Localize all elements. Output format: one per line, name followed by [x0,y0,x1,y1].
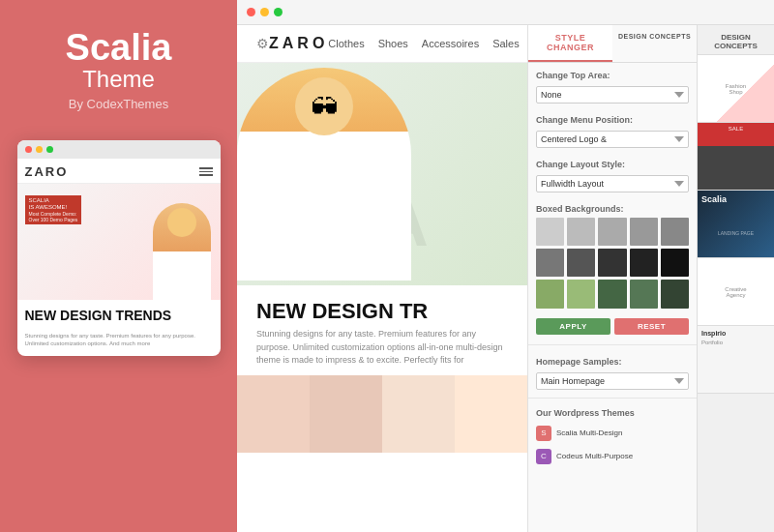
new-design-body: Stunning designs for any taste. Premium … [256,328,508,368]
dc-header: DESIGNCONCEPTS [698,25,774,55]
color-swatch-11[interactable] [536,280,564,308]
mini-browser: ZARO SCALIA IS AWESOME! Most Complete De… [17,140,221,356]
new-design-heading: NEW DESIGN TR [256,300,508,323]
menu-position-label: Change Menu Position: [536,115,689,125]
color-swatch-4[interactable] [630,218,658,246]
panel-btn-row: APPLY RESET [528,312,697,340]
color-swatch-6[interactable] [536,249,564,277]
left-sidebar: Scalia Theme By CodexThemes ZARO SCALIA … [0,0,237,532]
color-swatch-8[interactable] [598,249,626,277]
color-swatch-2[interactable] [567,218,595,246]
product-thumb-1 [237,375,310,453]
gear-icon[interactable]: ⚙ [256,36,269,51]
layout-style-select[interactable]: Fullwidth Layout [536,175,689,192]
browser-window: ⚙ ZARO Clothes Shoes Accessoires Sales B… [237,0,774,532]
website-preview: ⚙ ZARO Clothes Shoes Accessoires Sales B… [237,25,527,532]
product-thumb-4 [455,375,527,453]
mini-browser-bar [17,140,221,159]
dc-thumb-5[interactable]: Inspirio Portfolio [698,326,774,394]
product-thumb-2 [310,375,382,453]
main-area: ⚙ ZARO Clothes Shoes Accessoires Sales B… [237,0,774,532]
mini-hero-badge: SCALIA IS AWESOME! Most Complete Demo: O… [25,195,82,224]
site-products [237,375,527,453]
site-nav: ⚙ ZARO Clothes Shoes Accessoires Sales B… [237,25,527,63]
top-area-section: Change Top Area: None [528,63,697,107]
browser-dot-red [247,8,255,16]
color-swatch-9[interactable] [630,249,658,277]
color-swatch-10[interactable] [661,249,689,277]
top-area-label: Change Top Area: [536,71,689,80]
dc-thumb-4[interactable]: CreativeAgency [698,258,774,326]
mini-hero-text: SCALIA IS AWESOME! Most Complete Demo: O… [25,195,82,227]
color-swatch-14[interactable] [630,280,658,308]
boxed-backgrounds-section: Boxed Backgrounds: [528,196,697,312]
color-swatch-15[interactable] [661,280,689,308]
codeus-name: Codeus Multi-Purpose [556,452,633,460]
site-nav-left: ZARO [269,35,328,52]
wp-themes-label: Our Wordpress Themes [536,408,689,418]
mini-nav: ZARO [17,159,221,184]
product-thumb-3 [382,375,455,453]
color-swatch-3[interactable] [598,218,626,246]
mini-logo: ZARO [25,164,69,179]
mini-hero-image [153,203,211,300]
dc-thumb-2[interactable]: SALE [698,123,774,191]
menu-position-select[interactable]: Centered Logo & [536,131,689,148]
boxed-backgrounds-label: Boxed Backgrounds: [536,204,689,214]
brand-by: By CodexThemes [69,97,168,111]
nav-sales[interactable]: Sales [492,38,520,49]
new-design-section: NEW DESIGN TR Stunning designs for any t… [237,285,527,375]
site-nav-links: Clothes Shoes Accessoires Sales Blog [328,38,527,49]
layout-style-label: Change Layout Style: [536,160,689,169]
nav-accessoires[interactable]: Accessoires [422,38,479,49]
wp-theme-scalia[interactable]: S Scalia Multi-Design [536,422,689,445]
browser-dot-yellow [260,8,269,16]
panel-divider-2 [528,398,697,399]
dc-thumb-3[interactable]: Scalia LANDING PAGE [698,191,774,258]
homepage-samples-select[interactable]: Main Homepage [536,372,689,390]
color-swatch-5[interactable] [661,218,689,246]
dc-thumb-1[interactable]: FashionShop [698,55,774,123]
color-swatch-1[interactable] [536,218,564,246]
panel-divider [528,344,697,345]
mini-hamburger[interactable] [199,167,213,176]
style-changer-panel: STYLE CHANGER DESIGN CONCEPTS Change Top… [527,25,697,532]
browser-dot-green [274,8,283,16]
mini-body-text: Stunning designs for any taste. Premium … [17,332,221,356]
scalia-icon: S [536,426,551,441]
color-swatch-13[interactable] [598,280,626,308]
homepage-samples-label: Homepage Samples: [536,357,689,367]
mini-heading: NEW DESIGN TRENDS [17,300,221,332]
mini-dot-green [46,146,53,153]
homepage-samples-section: Homepage Samples: Main Homepage [528,349,697,394]
wp-theme-codeus[interactable]: C Codeus Multi-Purpose [536,445,689,468]
site-logo: ZARO [269,35,328,52]
codeus-icon: C [536,449,551,464]
mini-hero: SCALIA IS AWESOME! Most Complete Demo: O… [17,184,221,300]
wordpress-themes: Our Wordpress Themes S Scalia Multi-Desi… [528,402,697,474]
color-swatch-7[interactable] [567,249,595,277]
tab-design-concepts[interactable]: DESIGN CONCEPTS [612,25,697,62]
top-area-select[interactable]: None [536,86,689,103]
nav-shoes[interactable]: Shoes [378,38,408,49]
mini-dot-yellow [36,146,43,153]
brand-title: Scalia [66,29,172,66]
mini-dot-red [25,146,32,153]
color-swatch-12[interactable] [567,280,595,308]
layout-style-section: Change Layout Style: Fullwidth Layout [528,152,697,196]
reset-button[interactable]: RESET [614,318,689,335]
hero-model [237,63,431,285]
tab-style-changer[interactable]: STYLE CHANGER [528,25,612,62]
scalia-name: Scalia Multi-Design [556,429,622,437]
site-hero: ALJA ‹ [237,63,527,285]
menu-position-section: Change Menu Position: Centered Logo & [528,107,697,152]
color-swatches [536,218,689,309]
browser-top-bar [237,0,774,25]
hero-model-figure [237,68,411,281]
apply-button[interactable]: APPLY [536,318,610,335]
browser-content: ⚙ ZARO Clothes Shoes Accessoires Sales B… [237,25,774,532]
nav-clothes[interactable]: Clothes [328,38,364,49]
design-concepts-panel: DESIGNCONCEPTS FashionShop SALE Scalia L… [697,25,774,532]
brand-subtitle: Theme [82,66,155,93]
panel-tabs: STYLE CHANGER DESIGN CONCEPTS [528,25,697,63]
